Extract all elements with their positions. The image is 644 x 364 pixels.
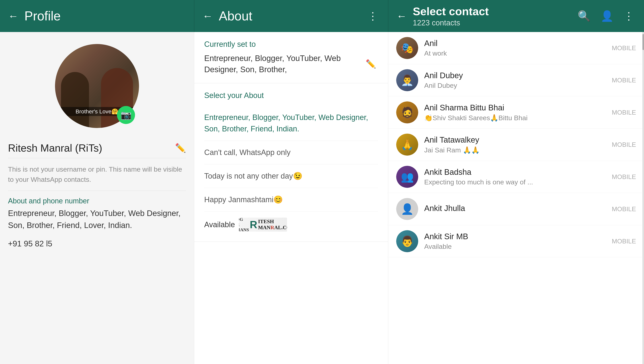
profile-back-button[interactable]: ← <box>8 10 18 22</box>
about-topbar: ← About ⋮ <box>194 0 388 32</box>
contact-avatar-ankit-badsha: 👥 <box>396 166 418 188</box>
profile-about-text: Entrepreneur, Blogger, YouTuber, Web Des… <box>8 207 186 235</box>
contact-avatar-anil-tata: 🙏 <box>396 134 418 156</box>
contact-info-anil-sharma: Anil Sharma Bittu Bhai 👏Shiv Shakti Sare… <box>424 103 612 122</box>
about-menu-icon[interactable]: ⋮ <box>366 8 380 24</box>
contact-status-ankit-sir-mb: Available <box>424 242 612 250</box>
contact-status-anil-dubey: Anil Dubey <box>424 82 612 90</box>
profile-name-note: This is not your username or pin. This n… <box>8 158 186 191</box>
contacts-back-button[interactable]: ← <box>396 10 407 22</box>
profile-name-edit-icon[interactable]: ✏️ <box>175 143 186 153</box>
ritesh-logo: BLOGFORINDIANS R ITESHMANRAL.COM <box>239 218 287 232</box>
contact-info-ankit-badsha: Ankit Badsha Expecting too much is one w… <box>424 168 612 186</box>
contact-name-anil-dubey: Anil Dubey <box>424 71 612 80</box>
select-about-label: Select your About <box>204 91 378 100</box>
contact-avatar-ankit-sir-mb: 👨 <box>396 230 418 252</box>
scrollbar-thumb <box>642 34 644 50</box>
contact-avatar-anil: 🎭 <box>396 37 418 59</box>
contact-avatar-ankit-jhulla: 👤 <box>396 198 418 220</box>
contact-item-anil-dubey[interactable]: 👨‍💼 Anil Dubey Anil Dubey MOBILE <box>388 64 644 96</box>
about-option-5[interactable]: Available BLOGFORINDIANS R ITESHMANRAL.C… <box>204 212 378 238</box>
about-bar-title: About <box>219 8 360 24</box>
profile-name: Ritesh Manral (RiTs) <box>8 142 102 154</box>
contacts-menu-icon[interactable]: ⋮ <box>622 8 636 24</box>
contact-status-anil: At work <box>424 50 612 57</box>
contact-info-ankit-jhulla: Ankit Jhulla <box>424 204 612 214</box>
current-about-edit-icon[interactable]: ✏️ <box>364 57 378 71</box>
avatar-container[interactable]: Brother's Love🤗 📷 <box>55 44 139 128</box>
select-about-section: Select your About Entrepreneur, Blogger,… <box>194 83 388 242</box>
contact-item-anil-sharma[interactable]: 🧔 Anil Sharma Bittu Bhai 👏Shiv Shakti Sa… <box>388 96 644 128</box>
about-phone-label: About and phone number <box>8 191 186 207</box>
contact-type-anil-tata: MOBILE <box>612 141 636 148</box>
profile-bar-title: Profile <box>24 8 186 24</box>
currently-set-label: Currently set to <box>204 40 378 48</box>
available-text: Available <box>204 220 235 229</box>
contact-info-ankit-sir-mb: Ankit Sir MB Available <box>424 232 612 250</box>
contact-type-anil-sharma: MOBILE <box>612 109 636 116</box>
contact-name-anil: Anil <box>424 39 612 48</box>
contact-item-ankit-sir-mb[interactable]: 👨 Ankit Sir MB Available MOBILE <box>388 225 644 258</box>
contacts-title-area: Select contact 1223 contacts <box>413 5 570 27</box>
about-back-button[interactable]: ← <box>202 10 213 22</box>
contact-status-ankit-badsha: Expecting too much is one way of ... <box>424 178 612 186</box>
contacts-panel: 🎭 Anil At work MOBILE 👨‍💼 Anil Dubey Ani… <box>388 32 644 364</box>
contact-status-anil-sharma: 👏Shiv Shakti Sarees🙏Bittu Bhai <box>424 114 612 122</box>
contact-status-anil-tata: Jai Sai Ram 🙏🙏 <box>424 146 612 154</box>
contact-type-anil: MOBILE <box>612 44 636 52</box>
contact-info-anil-tata: Anil Tatawalkey Jai Sai Ram 🙏🙏 <box>424 136 612 154</box>
current-about-text: Entrepreneur, Blogger, YouTuber, Web Des… <box>204 52 364 75</box>
current-about-row: Entrepreneur, Blogger, YouTuber, Web Des… <box>204 52 378 75</box>
contact-item-ankit-jhulla[interactable]: 👤 Ankit Jhulla MOBILE <box>388 193 644 225</box>
contact-info-anil-dubey: Anil Dubey Anil Dubey <box>424 71 612 90</box>
contacts-search-icon[interactable]: 🔍 <box>576 8 592 24</box>
contact-type-ankit-badsha: MOBILE <box>612 173 636 180</box>
profile-name-row: Ritesh Manral (RiTs) ✏️ <box>8 138 186 158</box>
camera-button[interactable]: 📷 <box>117 106 135 124</box>
camera-icon: 📷 <box>120 110 132 120</box>
contact-avatar-anil-dubey: 👨‍💼 <box>396 69 418 91</box>
contact-name-anil-tata: Anil Tatawalkey <box>424 136 612 144</box>
about-option-4[interactable]: Happy Janmashtami😊 <box>204 188 378 212</box>
contacts-bar-subtitle: 1223 contacts <box>413 18 570 27</box>
contact-item-anil[interactable]: 🎭 Anil At work MOBILE <box>388 32 644 64</box>
contact-name-ankit-jhulla: Ankit Jhulla <box>424 204 612 213</box>
contact-name-ankit-sir-mb: Ankit Sir MB <box>424 232 612 241</box>
contact-type-anil-dubey: MOBILE <box>612 76 636 84</box>
about-option-3[interactable]: Today is not any other day😉 <box>204 164 378 188</box>
contact-name-ankit-badsha: Ankit Badsha <box>424 168 612 176</box>
profile-phone: +91 95 82 l5 <box>8 235 186 252</box>
contact-type-ankit-sir-mb: MOBILE <box>612 238 636 245</box>
profile-panel: Brother's Love🤗 📷 Ritesh Manral (RiTs) ✏… <box>0 32 194 364</box>
contacts-scrollbar[interactable] <box>642 32 644 364</box>
about-option-1[interactable]: Entrepreneur, Blogger, YouTuber, Web Des… <box>204 106 378 141</box>
contact-type-ankit-jhulla: MOBILE <box>612 206 636 213</box>
contacts-topbar: ← Select contact 1223 contacts 🔍 👤 ⋮ <box>388 0 644 32</box>
contact-name-anil-sharma: Anil Sharma Bittu Bhai <box>424 103 612 112</box>
contact-avatar-anil-sharma: 🧔 <box>396 102 418 124</box>
contact-info-anil: Anil At work <box>424 39 612 57</box>
currently-set-section: Currently set to Entrepreneur, Blogger, … <box>194 32 388 83</box>
about-panel: Currently set to Entrepreneur, Blogger, … <box>194 32 388 364</box>
profile-topbar: ← Profile <box>0 0 194 32</box>
about-option-2[interactable]: Can't call, WhatsApp only <box>204 141 378 164</box>
contact-item-anil-tata[interactable]: 🙏 Anil Tatawalkey Jai Sai Ram 🙏🙏 MOBILE <box>388 128 644 161</box>
contact-item-ankit-badsha[interactable]: 👥 Ankit Badsha Expecting too much is one… <box>388 161 644 193</box>
contacts-bar-title: Select contact <box>413 5 570 18</box>
contacts-add-icon[interactable]: 👤 <box>598 8 616 24</box>
